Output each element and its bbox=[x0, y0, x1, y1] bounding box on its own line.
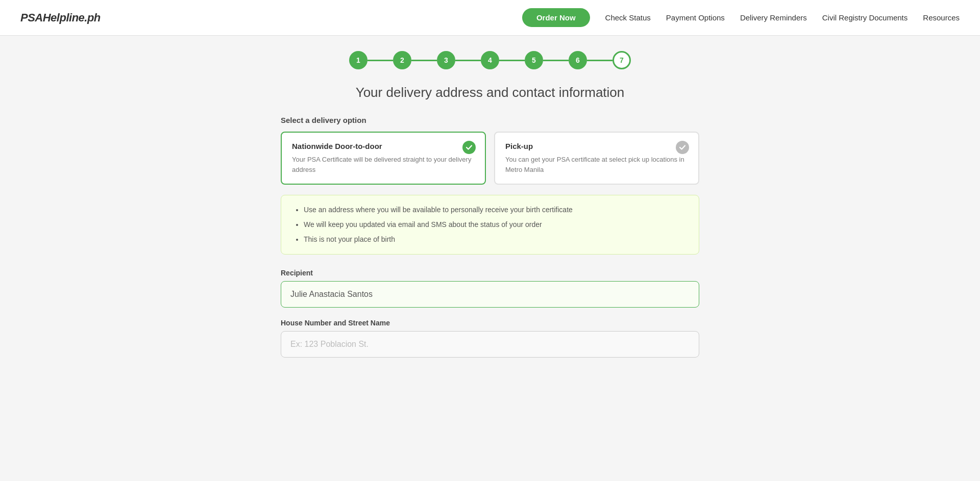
step-1: 1 bbox=[349, 51, 368, 69]
step-5: 5 bbox=[525, 51, 543, 69]
step-6: 6 bbox=[569, 51, 587, 69]
recipient-label: Recipient bbox=[281, 269, 699, 277]
payment-options-link[interactable]: Payment Options bbox=[666, 13, 725, 22]
step-line-6-7 bbox=[587, 60, 612, 61]
nav: Order Now Check Status Payment Options D… bbox=[522, 8, 960, 27]
delivery-reminders-link[interactable]: Delivery Reminders bbox=[740, 13, 807, 22]
door-to-door-title: Nationwide Door-to-door bbox=[292, 142, 475, 150]
step-line-1-2 bbox=[368, 60, 393, 61]
info-bullet-2: We will keep you updated via email and S… bbox=[304, 219, 687, 230]
house-number-field-group: House Number and Street Name bbox=[281, 319, 699, 358]
step-3: 3 bbox=[437, 51, 455, 69]
step-line-3-4 bbox=[455, 60, 481, 61]
delivery-section-label: Select a delivery option bbox=[281, 116, 699, 124]
main-content: 1 2 3 4 5 6 7 Your delivery address and … bbox=[271, 36, 709, 399]
page-title: Your delivery address and contact inform… bbox=[281, 85, 699, 100]
pickup-option[interactable]: Pick-up You can get your PSA certificate… bbox=[494, 132, 699, 185]
house-number-label: House Number and Street Name bbox=[281, 319, 699, 327]
check-status-link[interactable]: Check Status bbox=[605, 13, 651, 22]
civil-registry-link[interactable]: Civil Registry Documents bbox=[822, 13, 908, 22]
logo: PSAHelpline.ph bbox=[20, 11, 101, 24]
order-now-button[interactable]: Order Now bbox=[522, 8, 590, 27]
step-line-2-3 bbox=[411, 60, 437, 61]
info-bullet-3: This is not your place of birth bbox=[304, 234, 687, 245]
recipient-field-group: Recipient bbox=[281, 269, 699, 308]
header: PSAHelpline.ph Order Now Check Status Pa… bbox=[0, 0, 980, 36]
step-4: 4 bbox=[481, 51, 499, 69]
info-bullet-1: Use an address where you will be availab… bbox=[304, 205, 687, 215]
delivery-options-container: Nationwide Door-to-door Your PSA Certifi… bbox=[281, 132, 699, 185]
door-to-door-desc: Your PSA Certificate will be delivered s… bbox=[292, 155, 475, 174]
step-line-4-5 bbox=[499, 60, 525, 61]
step-line-5-6 bbox=[543, 60, 569, 61]
door-to-door-option[interactable]: Nationwide Door-to-door Your PSA Certifi… bbox=[281, 132, 486, 185]
info-bullet-list: Use an address where you will be availab… bbox=[293, 205, 687, 245]
pickup-title: Pick-up bbox=[505, 142, 688, 150]
recipient-input[interactable] bbox=[281, 281, 699, 308]
house-number-input[interactable] bbox=[281, 331, 699, 358]
pickup-check-icon bbox=[676, 141, 689, 154]
step-7: 7 bbox=[612, 51, 631, 69]
info-box: Use an address where you will be availab… bbox=[281, 195, 699, 255]
progress-steps: 1 2 3 4 5 6 7 bbox=[281, 51, 699, 69]
door-to-door-check-icon bbox=[462, 141, 476, 154]
step-2: 2 bbox=[393, 51, 411, 69]
pickup-desc: You can get your PSA certificate at sele… bbox=[505, 155, 688, 174]
resources-link[interactable]: Resources bbox=[923, 13, 960, 22]
